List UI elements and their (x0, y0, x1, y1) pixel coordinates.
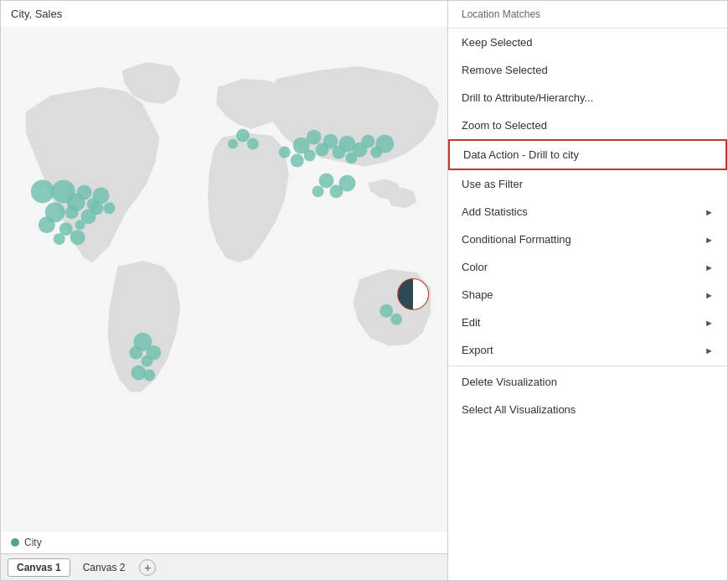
map-panel: City, Sales (0, 0, 448, 581)
menu-item-conditional-formatting-label: Conditional Formatting (462, 233, 571, 246)
menu-item-shape-label: Shape (462, 288, 493, 301)
svg-point-10 (104, 202, 116, 214)
tab-add-button[interactable]: + (139, 559, 156, 576)
menu-header: Location Matches (448, 1, 727, 29)
svg-point-33 (279, 147, 291, 158)
svg-point-17 (236, 129, 250, 143)
svg-point-29 (361, 135, 374, 148)
svg-point-15 (54, 233, 65, 245)
map-legend: City (1, 532, 447, 553)
map-area (1, 27, 447, 532)
tab-canvas-1[interactable]: Canvas 1 (8, 558, 70, 577)
arrow-icon: ► (705, 235, 714, 245)
legend-dot (11, 538, 19, 547)
svg-point-37 (338, 174, 355, 191)
svg-point-43 (143, 370, 155, 381)
arrow-icon: ► (705, 345, 714, 355)
arrow-icon: ► (705, 262, 714, 272)
svg-point-44 (379, 304, 393, 318)
tabs-bar: Canvas 1 Canvas 2 + (1, 553, 447, 580)
svg-point-32 (291, 154, 304, 168)
svg-point-40 (129, 346, 142, 360)
svg-point-4 (65, 205, 79, 219)
svg-point-16 (31, 179, 54, 203)
svg-point-3 (77, 184, 92, 200)
menu-item-remove-selected[interactable]: Remove Selected (448, 56, 727, 84)
svg-point-31 (375, 135, 394, 153)
menu-divider (448, 366, 727, 366)
svg-point-18 (247, 138, 259, 150)
menu-item-use-filter[interactable]: Use as Filter (448, 170, 727, 198)
svg-point-34 (319, 173, 334, 188)
menu-item-edit[interactable]: Edit ► (448, 309, 727, 336)
menu-item-drill-attribute[interactable]: Drill to Attribute/Hierarchy... (448, 84, 727, 112)
context-menu: Location Matches Keep Selected Remove Se… (448, 0, 728, 581)
menu-item-zoom-selected[interactable]: Zoom to Selected (448, 112, 727, 139)
svg-point-36 (312, 185, 324, 197)
menu-item-export-label: Export (462, 344, 493, 356)
menu-item-add-statistics-label: Add Statistics (462, 205, 528, 218)
map-title: City, Sales (1, 1, 447, 27)
svg-point-12 (39, 216, 55, 233)
tab-canvas-2[interactable]: Canvas 2 (74, 558, 135, 577)
menu-item-delete-visualization[interactable]: Delete Visualization (448, 368, 727, 396)
svg-point-23 (304, 150, 316, 162)
menu-item-edit-label: Edit (462, 316, 480, 329)
menu-item-conditional-formatting[interactable]: Conditional Formatting ► (448, 226, 727, 253)
menu-item-export[interactable]: Export ► (448, 336, 727, 364)
legend-label: City (24, 537, 42, 548)
world-map-svg (1, 27, 447, 532)
menu-item-data-action[interactable]: Data Action - Drill to city (448, 139, 727, 170)
svg-point-14 (70, 230, 85, 245)
svg-point-41 (141, 355, 152, 367)
menu-item-shape[interactable]: Shape ► (448, 281, 727, 309)
arrow-icon: ► (705, 318, 714, 328)
menu-item-color[interactable]: Color ► (448, 253, 727, 281)
svg-point-9 (75, 220, 85, 230)
svg-point-6 (93, 187, 110, 204)
svg-point-42 (131, 366, 146, 381)
arrow-icon: ► (705, 290, 714, 300)
svg-point-19 (228, 139, 238, 149)
arrow-icon: ► (705, 207, 714, 217)
menu-item-add-statistics[interactable]: Add Statistics ► (448, 198, 727, 226)
svg-point-21 (307, 130, 322, 145)
menu-item-select-all-visualizations[interactable]: Select All Visualizations (448, 396, 727, 423)
svg-point-45 (390, 314, 402, 325)
menu-item-color-label: Color (462, 261, 488, 273)
menu-item-keep-selected[interactable]: Keep Selected (448, 29, 727, 56)
